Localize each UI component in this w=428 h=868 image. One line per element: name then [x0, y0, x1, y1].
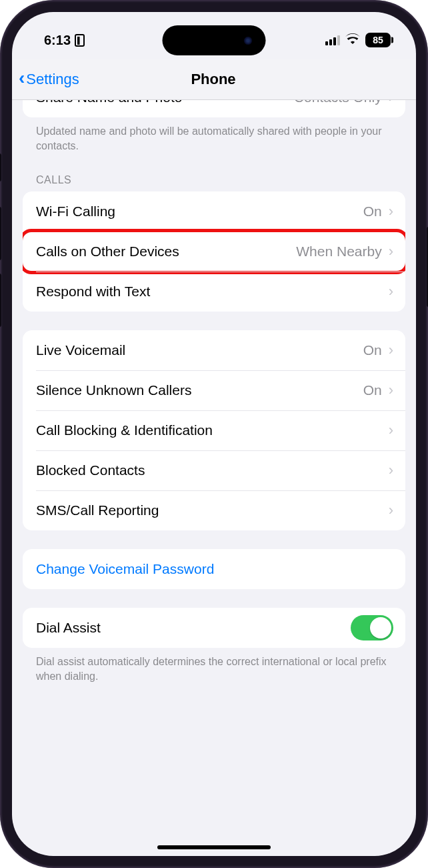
chevron-right-icon: ›	[389, 343, 393, 358]
calls-other-devices-row[interactable]: Calls on Other Devices When Nearby ›	[23, 232, 405, 272]
phone-frame: 6:13 ▌ 85 ‹ Settings Phone	[0, 0, 428, 868]
battery-icon: 85	[365, 33, 391, 47]
dial-assist-row[interactable]: Dial Assist	[23, 608, 405, 648]
nav-bar: ‹ Settings Phone	[12, 59, 416, 100]
row-label: Share Name and Photo	[36, 100, 294, 105]
row-label: Calls on Other Devices	[36, 244, 296, 260]
back-label: Settings	[26, 71, 79, 88]
dynamic-island	[163, 25, 266, 55]
row-value: On	[363, 342, 382, 358]
chevron-right-icon: ›	[389, 204, 393, 219]
home-indicator[interactable]	[157, 845, 271, 849]
name-photo-group: Share Name and Photo Contacts Only ›	[23, 100, 405, 117]
chevron-right-icon: ›	[389, 463, 393, 478]
row-label: Respond with Text	[36, 284, 389, 300]
sim-card-icon: ▌	[75, 34, 85, 47]
row-value: Contacts Only	[294, 100, 382, 105]
settings-content[interactable]: Share Name and Photo Contacts Only › Upd…	[12, 100, 416, 856]
chevron-right-icon: ›	[389, 284, 393, 299]
change-voicemail-password-row[interactable]: Change Voicemail Password	[23, 549, 405, 589]
calls-header: CALLS	[23, 161, 405, 191]
row-label: Blocked Contacts	[36, 462, 389, 478]
row-label: Wi-Fi Calling	[36, 203, 363, 220]
chevron-right-icon: ›	[389, 383, 393, 398]
chevron-left-icon: ‹	[19, 69, 25, 90]
row-label: SMS/Call Reporting	[36, 502, 389, 518]
chevron-right-icon: ›	[389, 503, 393, 518]
chevron-right-icon: ›	[389, 100, 393, 105]
silence-unknown-row[interactable]: Silence Unknown Callers On ›	[23, 370, 405, 410]
share-name-photo-row[interactable]: Share Name and Photo Contacts Only ›	[23, 100, 405, 117]
row-label: Live Voicemail	[36, 342, 363, 358]
dial-assist-toggle[interactable]	[351, 615, 393, 640]
wifi-icon	[345, 33, 360, 47]
chevron-right-icon: ›	[389, 423, 393, 438]
row-label: Silence Unknown Callers	[36, 382, 363, 398]
row-value: On	[363, 382, 382, 398]
chevron-right-icon: ›	[389, 244, 393, 259]
row-value: When Nearby	[296, 244, 381, 260]
row-label: Call Blocking & Identification	[36, 422, 389, 438]
screen: 6:13 ▌ 85 ‹ Settings Phone	[12, 12, 416, 856]
page-title: Phone	[191, 71, 235, 88]
live-voicemail-row[interactable]: Live Voicemail On ›	[23, 330, 405, 370]
row-label: Change Voicemail Password	[36, 561, 393, 577]
volume-up-button	[0, 207, 1, 260]
status-time: 6:13	[44, 33, 71, 48]
dial-assist-group: Dial Assist	[23, 608, 405, 648]
respond-text-row[interactable]: Respond with Text ›	[23, 272, 405, 312]
back-button[interactable]: ‹ Settings	[19, 69, 191, 90]
voicemail-password-group: Change Voicemail Password	[23, 549, 405, 589]
wifi-calling-row[interactable]: Wi-Fi Calling On ›	[23, 191, 405, 232]
call-blocking-id-row[interactable]: Call Blocking & Identification ›	[23, 410, 405, 450]
sms-call-reporting-row[interactable]: SMS/Call Reporting ›	[23, 490, 405, 530]
dial-assist-caption: Dial assist automatically determines the…	[23, 655, 405, 686]
row-value: On	[363, 203, 382, 220]
misc-group: Live Voicemail On › Silence Unknown Call…	[23, 330, 405, 530]
blocked-contacts-row[interactable]: Blocked Contacts ›	[23, 450, 405, 490]
share-caption: Updated name and photo will be automatic…	[23, 124, 405, 155]
calls-group: Wi-Fi Calling On › Calls on Other Device…	[23, 191, 405, 312]
cellular-signal-icon	[325, 35, 340, 45]
mute-switch	[0, 153, 1, 181]
row-label: Dial Assist	[36, 620, 351, 636]
volume-down-button	[0, 274, 1, 327]
battery-level: 85	[373, 35, 383, 45]
